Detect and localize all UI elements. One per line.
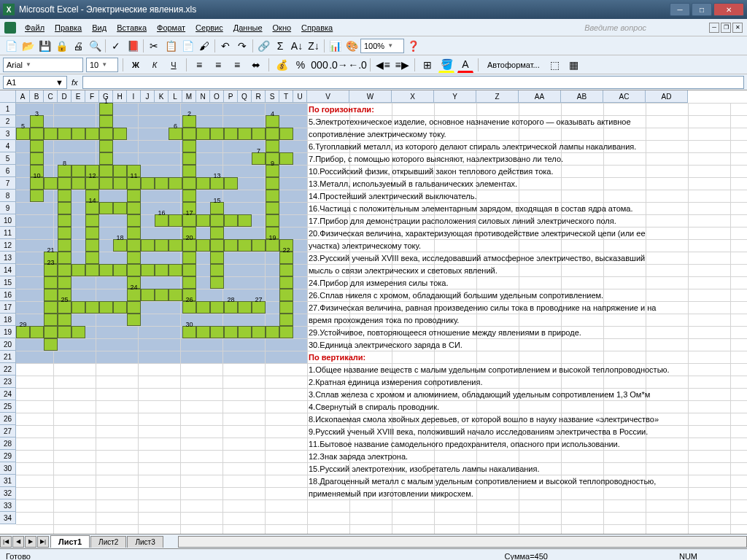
crossword-cell[interactable] xyxy=(71,128,85,140)
cut-icon[interactable]: ✂ xyxy=(146,38,162,54)
row-header[interactable]: 33 xyxy=(0,499,16,512)
crossword-cell[interactable] xyxy=(266,326,279,338)
decrease-indent-icon[interactable]: ◀≡ xyxy=(375,57,391,73)
crossword-cell[interactable] xyxy=(141,177,155,190)
row-header[interactable]: 32 xyxy=(0,487,16,499)
menu-help[interactable]: Справка xyxy=(297,22,337,34)
col-header[interactable]: E xyxy=(71,90,85,103)
doc-minimize-button[interactable]: ─ xyxy=(709,23,719,33)
row-header[interactable]: 14 xyxy=(0,264,16,276)
col-header[interactable]: C xyxy=(44,90,58,103)
crossword-cell[interactable] xyxy=(113,202,127,214)
crossword-cell[interactable] xyxy=(58,276,71,289)
crossword-cell[interactable] xyxy=(169,264,182,276)
crossword-cell[interactable] xyxy=(141,264,155,276)
crossword-cell[interactable] xyxy=(71,301,85,314)
crossword-cell[interactable] xyxy=(127,301,141,314)
crossword-cell[interactable] xyxy=(169,289,182,301)
crossword-cell[interactable] xyxy=(182,276,196,289)
save-icon[interactable]: 💾 xyxy=(36,38,53,54)
crossword-cell[interactable] xyxy=(44,314,58,326)
sort-asc-icon[interactable]: A↓ xyxy=(289,38,305,54)
crossword-cell[interactable] xyxy=(127,314,141,326)
col-header[interactable]: D xyxy=(58,90,71,103)
percent-icon[interactable]: % xyxy=(293,57,309,73)
crossword-cell[interactable] xyxy=(44,128,58,140)
crossword-cell[interactable] xyxy=(44,276,58,289)
col-header[interactable]: O xyxy=(210,90,224,103)
menu-format[interactable]: Формат xyxy=(152,22,190,34)
col-header[interactable]: M xyxy=(182,90,196,103)
col-header[interactable]: R xyxy=(252,90,266,103)
col-header[interactable]: X xyxy=(392,90,434,103)
tab-first-button[interactable]: |◀ xyxy=(0,536,12,548)
increase-indent-icon[interactable]: ≡▶ xyxy=(394,57,410,73)
crossword-cell[interactable] xyxy=(113,165,127,177)
row-header[interactable]: 25 xyxy=(0,400,16,413)
bold-icon[interactable]: Ж xyxy=(128,57,144,73)
crossword-cell[interactable] xyxy=(155,289,169,301)
menu-insert[interactable]: Вставка xyxy=(112,22,151,34)
crossword-cell[interactable] xyxy=(224,214,238,227)
sheet-tab-3[interactable]: Лист3 xyxy=(127,536,163,548)
crossword-cell[interactable] xyxy=(279,326,293,338)
chart-icon[interactable]: 📊 xyxy=(327,38,343,54)
select-all-corner[interactable] xyxy=(0,90,16,103)
crossword-cell[interactable] xyxy=(30,190,44,202)
row-header[interactable]: 17 xyxy=(0,301,16,314)
spelling-icon[interactable]: ✓ xyxy=(108,38,124,54)
col-header[interactable]: AC xyxy=(603,90,646,103)
menu-edit[interactable]: Правка xyxy=(50,22,86,34)
crossword-cell[interactable] xyxy=(169,239,182,252)
maximize-button[interactable]: □ xyxy=(692,3,712,16)
formula-bar[interactable] xyxy=(82,76,744,89)
crossword-cell[interactable] xyxy=(210,301,224,314)
crossword-cell[interactable] xyxy=(99,152,113,165)
col-header[interactable]: AD xyxy=(646,90,688,103)
crossword-cell[interactable] xyxy=(85,264,99,276)
col-header[interactable]: F xyxy=(85,90,99,103)
conditional-format-icon[interactable]: ▦ xyxy=(566,57,582,73)
crossword-cell[interactable] xyxy=(58,264,71,276)
row-header[interactable]: 13 xyxy=(0,252,16,264)
crossword-cell[interactable] xyxy=(252,326,266,338)
crossword-cell[interactable] xyxy=(155,239,169,252)
col-header[interactable]: J xyxy=(141,90,155,103)
crossword-cell[interactable] xyxy=(182,140,196,152)
crossword-cell[interactable] xyxy=(58,239,71,252)
crossword-cell[interactable] xyxy=(196,301,210,314)
tab-last-button[interactable]: ▶| xyxy=(37,536,49,548)
col-header[interactable]: AB xyxy=(561,90,603,103)
row-headers[interactable]: 1234567891011121314151617181920212223242… xyxy=(0,103,16,524)
print-icon[interactable]: 🖨 xyxy=(70,38,86,54)
crossword-cell[interactable] xyxy=(196,214,210,227)
cell-styles-icon[interactable]: ⬚ xyxy=(547,57,563,73)
crossword-cell[interactable] xyxy=(127,239,141,252)
crossword-cell[interactable] xyxy=(99,202,113,214)
crossword-cell[interactable] xyxy=(99,264,113,276)
col-header[interactable]: I xyxy=(127,90,141,103)
underline-icon[interactable]: Ч xyxy=(166,57,182,73)
crossword-cell[interactable] xyxy=(141,239,155,252)
crossword-cell[interactable] xyxy=(182,177,196,190)
merge-center-icon[interactable]: ⬌ xyxy=(248,57,264,73)
crossword-cell[interactable] xyxy=(224,239,238,252)
undo-icon[interactable]: ↶ xyxy=(217,38,233,54)
row-header[interactable]: 26 xyxy=(0,413,16,425)
crossword-cell[interactable] xyxy=(30,326,44,338)
crossword-cell[interactable] xyxy=(58,314,71,326)
crossword-cell[interactable] xyxy=(266,140,279,152)
crossword-cell[interactable] xyxy=(210,252,224,264)
col-header[interactable]: P xyxy=(224,90,238,103)
col-header[interactable]: L xyxy=(169,90,182,103)
col-header[interactable]: B xyxy=(30,90,44,103)
font-size-combo[interactable]: 10▼ xyxy=(86,58,118,72)
crossword-cell[interactable] xyxy=(30,128,44,140)
crossword-cell[interactable] xyxy=(58,252,71,264)
crossword-cell[interactable] xyxy=(30,152,44,165)
crossword-cell[interactable] xyxy=(99,177,113,190)
crossword-cell[interactable] xyxy=(127,202,141,214)
sheet-tab-1[interactable]: Лист1 xyxy=(50,535,90,548)
col-header[interactable]: N xyxy=(196,90,210,103)
crossword-cell[interactable] xyxy=(266,202,279,214)
